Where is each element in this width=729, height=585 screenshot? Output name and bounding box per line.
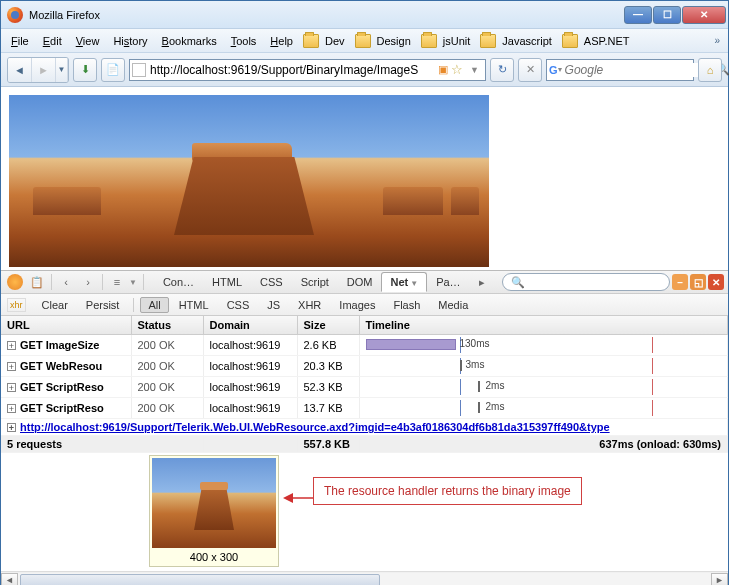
menu-icon[interactable]: ≡ [107,273,127,291]
thumbnail-dimensions: 400 x 300 [152,548,276,564]
menu-bookmarks[interactable]: Bookmarks [156,33,223,49]
firebug-close-icon[interactable]: ✕ [708,274,724,290]
firefox-icon [7,7,23,23]
window-title: Mozilla Firefox [29,9,624,21]
scroll-right-icon[interactable]: ► [711,573,728,586]
url-input[interactable] [150,63,438,77]
bookmark-javascript[interactable]: Javascript [500,35,558,47]
nav-toolbar: ◄ ► ▼ ⬇ 📄 ▣ ☆ ▼ ↻ ✕ G ▾ 🔍 ⌂ [1,53,728,87]
inspect-icon[interactable]: 📋 [27,273,47,291]
net-persist[interactable]: Persist [78,297,128,313]
firebug-toolbar: 📋 ‹ › ≡ ▼ Con… HTML CSS Script DOM Net▼ … [1,270,728,294]
filter-js[interactable]: JS [259,297,288,313]
back-button[interactable]: ◄ [8,58,32,82]
menu-help[interactable]: Help [264,33,299,49]
maximize-button[interactable]: ☐ [653,6,681,24]
tab-net[interactable]: Net▼ [381,272,427,292]
table-summary: 5 requests 557.8 KB 637ms (onload: 630ms… [1,436,728,453]
download-button[interactable]: ⬇ [73,58,97,82]
preview-area: 400 x 300 The resource handler returns t… [1,453,728,571]
filter-media[interactable]: Media [430,297,476,313]
menu-history[interactable]: History [107,33,153,49]
folder-icon[interactable] [480,34,496,48]
tab-scroll-icon[interactable]: ▸ [472,273,492,291]
xhr-icon[interactable]: xhr [7,298,26,312]
close-button[interactable]: ✕ [682,6,726,24]
menu-tools[interactable]: Tools [225,33,263,49]
bookmark-jsunit[interactable]: jsUnit [441,35,477,47]
firebug-icon[interactable] [5,273,25,291]
bookmark-dev[interactable]: Dev [323,35,351,47]
home-button[interactable]: ⌂ [698,58,722,82]
folder-icon[interactable] [303,34,319,48]
table-row[interactable]: +GET WebResou 200 OKlocalhost:961920.3 K… [1,356,728,377]
filter-css[interactable]: CSS [219,297,258,313]
url-bar[interactable]: ▣ ☆ ▼ [129,59,486,81]
menu-view[interactable]: View [70,33,106,49]
bookmark-aspnet[interactable]: ASP.NET [582,35,636,47]
menubar: File Edit View History Bookmarks Tools H… [1,29,728,53]
col-timeline: Timeline [359,316,728,335]
bookmark-star-icon[interactable]: ☆ [448,62,466,77]
menu-file[interactable]: File [5,33,35,49]
net-clear[interactable]: Clear [34,297,76,313]
firebug-search[interactable]: 🔍 [502,273,670,291]
table-row[interactable]: +GET ScriptReso 200 OKlocalhost:961952.3… [1,377,728,398]
net-filter-bar: xhr Clear Persist All HTML CSS JS XHR Im… [1,294,728,316]
horizontal-scrollbar[interactable]: ◄ ► [1,571,728,585]
tab-script[interactable]: Script [292,272,338,292]
table-row-link[interactable]: +http://localhost:9619/Support/Telerik.W… [1,419,728,436]
col-size: Size [297,316,359,335]
annotation-callout: The resource handler returns the binary … [313,477,582,505]
col-status: Status [131,316,203,335]
menu-edit[interactable]: Edit [37,33,68,49]
overflow-chevron-icon[interactable]: » [710,35,724,46]
filter-flash[interactable]: Flash [385,297,428,313]
folder-icon[interactable] [355,34,371,48]
page-icon [132,63,146,77]
filter-images[interactable]: Images [331,297,383,313]
svg-marker-1 [283,493,293,503]
url-dropdown-icon[interactable]: ▼ [466,65,483,75]
minimize-button[interactable]: — [624,6,652,24]
rss-icon[interactable]: ▣ [438,63,448,76]
google-icon: G [549,63,558,77]
table-row[interactable]: +GET ScriptReso 200 OKlocalhost:961913.7… [1,398,728,419]
filter-html[interactable]: HTML [171,297,217,313]
col-url: URL [1,316,131,335]
arrow-icon [283,489,317,507]
thumbnail-image [152,458,276,548]
search-bar[interactable]: G ▾ 🔍 [546,59,694,81]
tab-css[interactable]: CSS [251,272,292,292]
reload-button[interactable]: ↻ [490,58,514,82]
folder-icon[interactable] [562,34,578,48]
page-content [1,87,728,270]
prev-icon[interactable]: ‹ [56,273,76,291]
col-domain: Domain [203,316,297,335]
history-dropdown-icon[interactable]: ▼ [56,58,68,82]
table-row[interactable]: +GET ImageSize 200 OKlocalhost:96192.6 K… [1,335,728,356]
firebug-popout-icon[interactable]: ◱ [690,274,706,290]
bookmark-design[interactable]: Design [375,35,417,47]
table-header[interactable]: URL Status Domain Size Timeline [1,316,728,335]
scroll-thumb[interactable] [20,574,380,585]
folder-icon[interactable] [421,34,437,48]
forward-button[interactable]: ► [32,58,56,82]
tab-page[interactable]: Pa… [427,272,469,292]
net-table: URL Status Domain Size Timeline +GET Ima… [1,316,728,453]
filter-all[interactable]: All [140,297,168,313]
tab-dom[interactable]: DOM [338,272,382,292]
page-action-button[interactable]: 📄 [101,58,125,82]
scroll-left-icon[interactable]: ◄ [1,573,18,586]
next-icon[interactable]: › [78,273,98,291]
filter-xhr[interactable]: XHR [290,297,329,313]
titlebar: Mozilla Firefox — ☐ ✕ [1,1,728,29]
hero-image [9,95,489,267]
image-preview-tooltip: 400 x 300 [149,455,279,567]
stop-button[interactable]: ✕ [518,58,542,82]
search-input[interactable] [565,63,716,77]
firebug-minimize-icon[interactable]: – [672,274,688,290]
tab-html[interactable]: HTML [203,272,251,292]
tab-console[interactable]: Con… [154,272,203,292]
